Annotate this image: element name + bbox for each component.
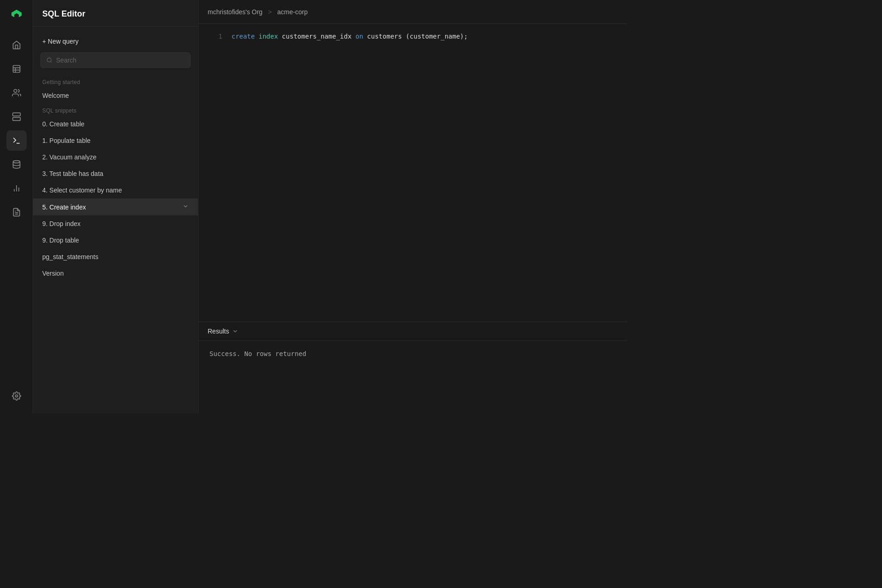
svg-point-17 (47, 58, 51, 62)
code-identifier: customers_name_idx (282, 33, 356, 40)
nav-sql-editor[interactable] (6, 130, 27, 151)
breadcrumb-project: acme-corp (277, 8, 308, 16)
svg-point-10 (13, 161, 20, 163)
main-content: mchristofides's Org > acme-corp 1 create… (198, 0, 628, 413)
editor-area[interactable]: 1 create index customers_name_idx on cus… (198, 24, 628, 322)
results-content: Success. No rows returned (198, 341, 628, 367)
breadcrumb-org: mchristofides's Org (208, 8, 262, 16)
search-box[interactable] (40, 52, 191, 68)
section-getting-started: Getting started (33, 75, 198, 87)
sidebar-item-populate-table[interactable]: 1. Populate table (33, 132, 198, 149)
results-label: Results (208, 328, 229, 335)
keyword-index: index (259, 33, 278, 40)
nav-analytics[interactable] (6, 178, 27, 198)
search-icon (46, 57, 52, 63)
nav-docs[interactable] (6, 202, 27, 222)
section-sql-snippets: SQL snippets (33, 104, 198, 116)
svg-line-18 (51, 62, 51, 62)
svg-point-4 (14, 90, 17, 93)
new-query-button[interactable]: + New query (33, 34, 198, 49)
svg-rect-0 (13, 66, 20, 73)
sidebar-item-pg-stat[interactable]: pg_stat_statements (33, 249, 198, 265)
breadcrumb-separator: > (268, 8, 271, 16)
app-logo[interactable] (8, 7, 25, 24)
sidebar-header: SQL Editor (33, 0, 198, 27)
code-rest: customers (customer_name); (367, 33, 468, 40)
keyword-create: create (232, 33, 255, 40)
sidebar-item-select-customer[interactable]: 4. Select customer by name (33, 182, 198, 198)
results-panel: Results Success. No rows returned (198, 322, 628, 413)
sidebar-item-drop-table[interactable]: 9. Drop table (33, 232, 198, 249)
sidebar: SQL Editor + New query Getting started W… (33, 0, 198, 413)
code-content: create index customers_name_idx on custo… (232, 31, 468, 41)
sidebar-item-test-table[interactable]: 3. Test table has data (33, 165, 198, 182)
nav-settings[interactable] (6, 386, 27, 406)
icon-bar (0, 0, 33, 413)
sidebar-item-create-index[interactable]: 5. Create index (33, 198, 198, 215)
chevron-down-icon (182, 203, 189, 211)
nav-storage[interactable] (6, 107, 27, 127)
sidebar-item-create-table[interactable]: 0. Create table (33, 116, 198, 132)
top-bar: mchristofides's Org > acme-corp (198, 0, 628, 24)
nav-database[interactable] (6, 154, 27, 175)
sidebar-item-version[interactable]: Version (33, 265, 198, 282)
nav-table[interactable] (6, 59, 27, 79)
results-message: Success. No rows returned (209, 350, 306, 357)
nav-users[interactable] (6, 83, 27, 103)
keyword-on: on (356, 33, 363, 40)
results-chevron-icon (232, 328, 238, 334)
svg-rect-6 (12, 118, 20, 121)
svg-rect-5 (12, 113, 20, 116)
results-header[interactable]: Results (198, 322, 628, 341)
code-line-1: 1 create index customers_name_idx on cus… (198, 31, 628, 41)
search-input[interactable] (56, 57, 185, 64)
sidebar-item-welcome[interactable]: Welcome (33, 87, 198, 104)
svg-point-16 (15, 395, 17, 397)
sidebar-item-vacuum-analyze[interactable]: 2. Vacuum analyze (33, 149, 198, 165)
sidebar-content: + New query Getting started Welcome SQL … (33, 27, 198, 413)
line-number: 1 (208, 31, 222, 41)
sidebar-title: SQL Editor (42, 9, 85, 18)
sidebar-item-drop-index[interactable]: 9. Drop index (33, 215, 198, 232)
nav-home[interactable] (6, 35, 27, 55)
